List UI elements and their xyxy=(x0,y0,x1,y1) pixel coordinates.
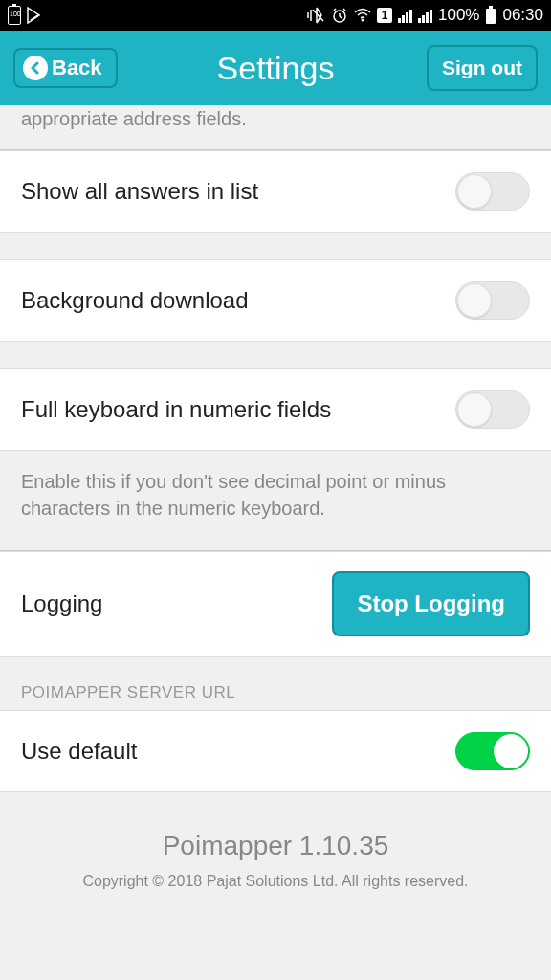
full-keyboard-row[interactable]: Full keyboard in numeric fields xyxy=(0,368,551,451)
settings-content[interactable]: appropriate address fields. Show all ans… xyxy=(0,105,551,980)
svg-point-2 xyxy=(361,19,364,22)
alarm-icon xyxy=(331,7,348,24)
status-right: 1 100% 06:30 xyxy=(306,6,543,25)
footer: Poimapper 1.10.35 Copyright © 2018 Pajat… xyxy=(0,792,551,909)
status-left: 100 xyxy=(8,6,42,25)
page-title: Settings xyxy=(217,50,335,87)
wifi-icon xyxy=(354,8,371,23)
bg-download-toggle[interactable] xyxy=(455,281,530,320)
full-keyboard-toggle[interactable] xyxy=(455,390,530,429)
logging-label: Logging xyxy=(21,590,102,617)
back-label: Back xyxy=(52,56,102,80)
vibrate-icon xyxy=(306,7,325,24)
signal-icon-1 xyxy=(398,8,412,23)
app-header: Back Settings Sign out xyxy=(0,31,551,105)
battery-icon xyxy=(485,6,496,25)
svg-rect-4 xyxy=(489,6,493,9)
logging-row: Logging Stop Logging xyxy=(0,551,551,657)
signout-button[interactable]: Sign out xyxy=(427,45,538,91)
signal-icon-2 xyxy=(418,8,432,23)
bg-download-row[interactable]: Background download xyxy=(0,259,551,342)
play-store-icon xyxy=(27,7,42,24)
battery-small-icon: 100 xyxy=(8,6,21,25)
copyright: Copyright © 2018 Pajat Solutions Ltd. Al… xyxy=(19,873,532,890)
app-version: Poimapper 1.10.35 xyxy=(19,831,532,861)
server-url-section-header: POIMAPPER SERVER URL xyxy=(0,657,551,710)
show-answers-row[interactable]: Show all answers in list xyxy=(0,150,551,233)
chevron-left-icon xyxy=(23,56,48,80)
bg-download-label: Background download xyxy=(21,287,249,314)
use-default-label: Use default xyxy=(21,738,137,765)
full-keyboard-label: Full keyboard in numeric fields xyxy=(21,396,331,423)
keyboard-help-text: Enable this if you don't see decimal poi… xyxy=(0,451,551,551)
use-default-row[interactable]: Use default xyxy=(0,710,551,792)
battery-percent: 100% xyxy=(438,6,479,25)
show-answers-toggle[interactable] xyxy=(455,172,530,211)
status-bar: 100 1 100% 06:30 xyxy=(0,0,551,31)
show-answers-label: Show all answers in list xyxy=(21,178,258,205)
sim-icon: 1 xyxy=(377,8,392,23)
use-default-toggle[interactable] xyxy=(455,732,530,770)
svg-rect-3 xyxy=(486,9,496,24)
back-button[interactable]: Back xyxy=(13,48,118,88)
clock: 06:30 xyxy=(502,6,543,25)
stop-logging-button[interactable]: Stop Logging xyxy=(332,571,530,636)
partial-description: appropriate address fields. xyxy=(0,105,551,150)
